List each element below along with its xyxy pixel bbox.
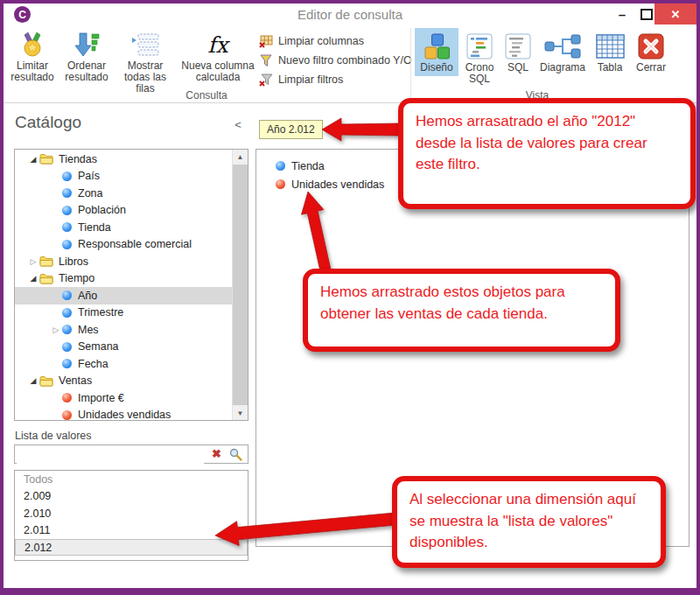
clear-search-icon[interactable]: ✖ — [212, 447, 221, 460]
callout-values-explanation: Al seleccionar una dimensión aquí se mue… — [392, 476, 666, 568]
value-item-2-011[interactable]: 2.011 — [15, 522, 248, 540]
folder-icon — [39, 153, 53, 164]
query-column-unidades-vendidas[interactable]: Unidades vendidas — [276, 175, 384, 193]
view-design-button[interactable]: Diseño — [415, 28, 458, 76]
dimension-icon — [62, 342, 72, 352]
tree-item-tiendas[interactable]: ◢Tiendas — [15, 150, 233, 168]
values-list: Todos2.0092.0102.0112.012 — [14, 470, 248, 561]
scrollbar-thumb[interactable] — [233, 164, 248, 405]
clear-columns-button[interactable]: Limpiar columnas — [259, 32, 412, 51]
view-table-label: Tabla — [598, 62, 623, 74]
expander-collapsed-icon[interactable]: ▷ — [27, 257, 39, 266]
query-columns: TiendaUnidades vendidas — [276, 157, 384, 193]
callout-filter-explanation: Hemos arrasatrado el año "2012" desde la… — [398, 98, 696, 209]
tree-scrollbar[interactable]: ▲ ▼ — [232, 150, 248, 420]
value-item-2-012[interactable]: 2.012 — [15, 539, 248, 556]
query-editor-window: C Editor de consulta – ✕ Limitar resulta… — [0, 0, 700, 595]
tree-item-fecha[interactable]: Fecha — [15, 355, 233, 373]
maximize-icon — [640, 9, 653, 20]
window-title: Editor de consulta — [4, 7, 696, 22]
rows-icon — [130, 30, 160, 60]
consulta-group-label: Consulta — [4, 89, 410, 102]
tree-item-a-o[interactable]: Año — [15, 287, 233, 304]
values-search-input[interactable] — [17, 446, 204, 464]
close-button[interactable]: ✕ — [654, 4, 696, 24]
clear-filters-icon — [259, 74, 273, 87]
diagram-icon — [542, 31, 583, 62]
view-design-label: Diseño — [420, 62, 452, 74]
value-item-todos[interactable]: Todos — [15, 471, 248, 488]
tree-item-label: Responsable comercial — [78, 238, 192, 250]
clear-columns-icon — [259, 35, 273, 48]
new-calculated-column-label: Nueva columna calculada — [177, 60, 259, 83]
tree-item-responsable-comercial[interactable]: Responsable comercial — [15, 236, 233, 254]
tree-item-ventas[interactable]: ◢Ventas — [15, 373, 233, 390]
callout-columns-explanation: Hemos arrastrado estos objetos para obte… — [303, 269, 620, 352]
tree-item-pa-s[interactable]: País — [15, 168, 233, 186]
query-group-buttons: Limitar resultado Ordenar resultado — [5, 28, 259, 94]
tree-item-label: Unidades vendidas — [78, 409, 171, 421]
tree-item-mes[interactable]: ▷Mes — [15, 321, 233, 339]
ribbon: Limitar resultado Ordenar resultado — [4, 26, 696, 103]
dimension-icon — [276, 161, 285, 171]
expander-collapsed-icon[interactable]: ▷ — [50, 326, 62, 334]
view-table-button[interactable]: Tabla — [590, 28, 630, 76]
view-close-button[interactable]: Cerrar — [630, 28, 672, 76]
tree-item-importe[interactable]: Importe € — [15, 389, 233, 407]
new-combined-filter-button[interactable]: Nuevo filtro combinado Y/O — [259, 51, 412, 70]
tree-item-label: Zona — [78, 187, 103, 200]
view-crono-sql-button[interactable]: Crono SQL — [458, 28, 500, 88]
dimension-icon — [62, 290, 72, 300]
scroll-up-icon[interactable]: ▲ — [233, 150, 248, 164]
tree-item-trimestre[interactable]: Trimestre — [15, 304, 233, 322]
view-crono-sql-label: Crono SQL — [460, 62, 499, 85]
tree-item-label: Población — [78, 204, 126, 216]
dimension-icon — [62, 172, 72, 181]
query-column-tienda[interactable]: Tienda — [276, 157, 384, 175]
vista-group-buttons: Diseño Crono SQL — [415, 28, 672, 88]
expander-expanded-icon[interactable]: ◢ — [27, 376, 39, 385]
design-cubes-icon — [424, 31, 451, 62]
value-item-2-009[interactable]: 2.009 — [15, 488, 248, 506]
view-sql-button[interactable]: SQL — [500, 28, 536, 76]
crono-sql-icon — [466, 31, 493, 62]
limit-result-button[interactable]: Limitar resultado — [5, 28, 60, 94]
expander-expanded-icon[interactable]: ◢ — [27, 155, 39, 164]
combined-filter-icon — [259, 54, 273, 67]
catalog-collapse-button[interactable]: < — [231, 118, 245, 131]
view-diagram-button[interactable]: Diagrama — [536, 28, 590, 76]
tree-item-tienda[interactable]: Tienda — [15, 219, 233, 236]
folder-icon — [39, 375, 53, 387]
tree-item-label: Tienda — [78, 221, 111, 234]
view-close-label: Cerrar — [636, 62, 666, 74]
tree-item-poblaci-n[interactable]: Población — [15, 202, 233, 220]
tree-item-label: Tiempo — [59, 272, 94, 284]
scroll-down-icon[interactable]: ▼ — [233, 406, 248, 420]
tree-item-unidades-vendidas[interactable]: Unidades vendidas — [15, 407, 233, 422]
new-calculated-column-button[interactable]: fx Nueva columna calculada — [177, 28, 259, 94]
clear-columns-label: Limpiar columnas — [278, 35, 364, 47]
sort-result-label: Ordenar resultado — [60, 60, 114, 83]
sort-result-button[interactable]: Ordenar resultado — [60, 28, 114, 94]
measure-icon — [276, 179, 285, 189]
tree-item-label: Año — [78, 290, 97, 302]
minimize-button[interactable]: – — [611, 4, 634, 24]
tree-item-semana[interactable]: Semana — [15, 339, 233, 356]
search-icon[interactable] — [229, 448, 242, 465]
measure-icon — [62, 410, 72, 420]
tree-item-tiempo[interactable]: ◢Tiempo — [15, 270, 233, 288]
ribbon-group-separator — [410, 28, 411, 98]
query-column-label: Tienda — [291, 160, 325, 172]
filter-chip-year[interactable]: Año 2.012 — [259, 120, 323, 139]
expander-expanded-icon[interactable]: ◢ — [27, 274, 39, 283]
show-all-rows-button[interactable]: Mostrar todas las filas — [114, 28, 177, 94]
value-item-2-010[interactable]: 2.010 — [15, 505, 248, 522]
catalog-tree-panel: ◢TiendasPaísZonaPoblaciónTiendaResponsab… — [14, 149, 248, 421]
tree-item-zona[interactable]: Zona — [15, 185, 233, 202]
dimension-icon — [62, 188, 72, 198]
limit-result-label: Limitar resultado — [5, 60, 60, 83]
tree-item-libros[interactable]: ▷Libros — [15, 253, 233, 270]
dimension-icon — [62, 308, 72, 318]
clear-filters-button[interactable]: Limpiar filtros — [259, 70, 412, 89]
query-group-small-buttons: Limpiar columnas Nuevo filtro combinado … — [259, 32, 412, 89]
